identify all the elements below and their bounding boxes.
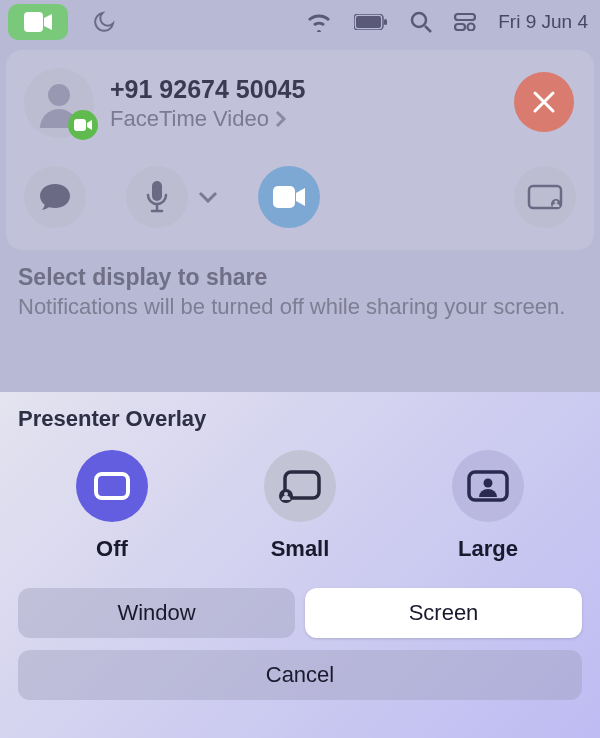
microphone-icon [146,181,168,213]
contact-info[interactable]: +91 92674 50045 FaceTime Video [110,75,305,132]
window-segment-button[interactable]: Window [18,588,295,638]
cancel-label: Cancel [266,662,334,688]
cancel-button[interactable]: Cancel [18,650,582,700]
overlay-off-icon [76,450,148,522]
do-not-disturb-icon[interactable] [92,10,116,34]
overlay-option-off[interactable]: Off [52,450,172,562]
close-icon [531,89,557,115]
svg-rect-0 [24,12,43,32]
svg-rect-18 [96,474,128,498]
share-screen-icon [527,184,563,210]
share-screen-button[interactable] [514,166,576,228]
svg-point-21 [284,492,288,496]
menubar-date[interactable]: Fri 9 Jun 4 [498,11,588,33]
message-icon [38,182,72,212]
overlay-large-icon [452,450,524,522]
svg-rect-6 [455,14,475,20]
menubar: Fri 9 Jun 4 [0,0,600,44]
screen-segment-button[interactable]: Screen [305,588,582,638]
share-display-section: Select display to share Notifications wi… [18,264,582,322]
facetime-badge-icon [68,110,98,140]
messages-button[interactable] [24,166,86,228]
facetime-app-icon[interactable] [8,4,68,40]
contact-row: +91 92674 50045 FaceTime Video [24,68,576,138]
menubar-left [8,4,116,40]
svg-rect-14 [273,186,295,208]
svg-point-4 [412,13,426,27]
close-button[interactable] [514,72,574,132]
contact-subtitle: FaceTime Video [110,106,305,132]
overlay-off-label: Off [96,536,128,562]
svg-rect-7 [455,24,465,30]
svg-point-8 [468,24,475,31]
chevron-right-icon [275,110,287,128]
overlay-large-label: Large [458,536,518,562]
svg-point-9 [48,84,70,106]
presenter-overlay-sheet: Presenter Overlay Off Small [0,392,600,738]
svg-rect-3 [384,19,387,25]
svg-point-17 [554,200,557,203]
share-title: Select display to share [18,264,582,291]
overlay-options: Off Small Large [18,450,582,562]
contact-avatar[interactable] [24,68,94,138]
contact-subtitle-text: FaceTime Video [110,106,269,132]
video-icon [273,186,305,208]
chevron-down-icon [198,191,218,203]
svg-rect-10 [74,119,86,131]
share-description: Notifications will be turned off while s… [18,293,582,322]
video-button[interactable] [258,166,320,228]
screen-segment-label: Screen [409,600,479,626]
presenter-overlay-title: Presenter Overlay [18,406,582,432]
window-segment-label: Window [117,600,195,626]
svg-point-23 [484,479,493,488]
control-center-icon[interactable] [454,13,476,31]
mic-options-chevron[interactable] [198,191,218,203]
microphone-button[interactable] [126,166,188,228]
svg-line-5 [425,26,431,32]
svg-rect-2 [356,16,381,28]
overlay-option-small[interactable]: Small [240,450,360,562]
overlay-small-icon [264,450,336,522]
mic-control-group [126,166,218,228]
wifi-icon[interactable] [306,12,332,32]
overlay-small-label: Small [271,536,330,562]
svg-rect-13 [152,181,162,201]
contact-number: +91 92674 50045 [110,75,305,104]
call-controls [24,166,576,228]
overlay-option-large[interactable]: Large [428,450,548,562]
search-icon[interactable] [410,11,432,33]
share-mode-segment: Window Screen [18,588,582,638]
battery-icon[interactable] [354,14,388,30]
menubar-right: Fri 9 Jun 4 [306,11,592,33]
call-panel: +91 92674 50045 FaceTime Video [6,50,594,250]
